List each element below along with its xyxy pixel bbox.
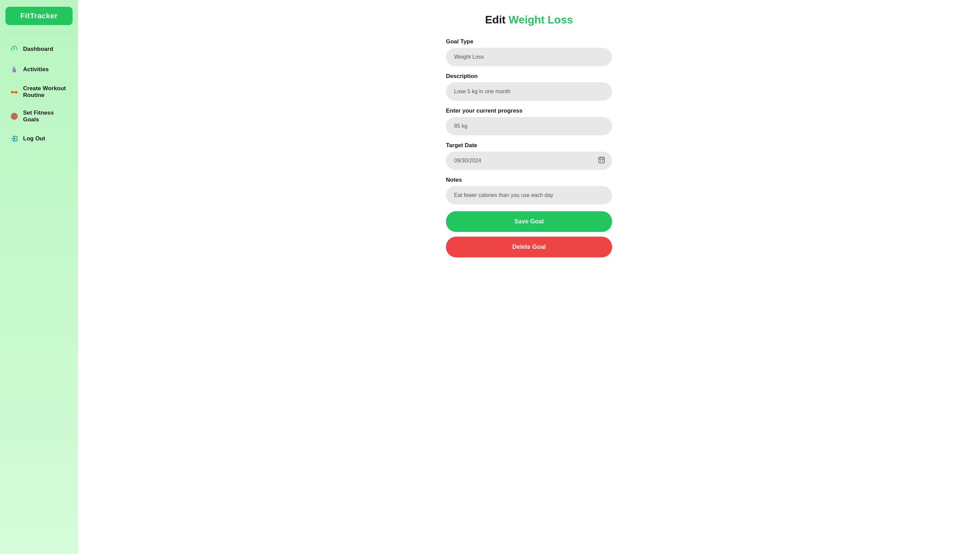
notes-field-group: Notes	[446, 177, 612, 204]
title-prefix: Edit	[485, 14, 509, 26]
sidebar-item-activities[interactable]: Activities	[3, 60, 75, 79]
save-goal-button[interactable]: Save Goal	[446, 211, 612, 232]
sidebar-item-label-goals: Set Fitness Goals	[23, 110, 68, 123]
progress-label: Enter your current progress	[446, 107, 612, 114]
workout-icon	[10, 87, 19, 97]
svg-rect-4	[16, 91, 17, 94]
description-input[interactable]	[446, 83, 612, 101]
title-highlight: Weight Loss	[509, 14, 573, 26]
description-field-group: Description	[446, 73, 612, 101]
logo-button[interactable]: FitTracker	[5, 7, 73, 25]
sidebar-item-label-create-workout: Create Workout Routine	[23, 85, 68, 99]
notes-label: Notes	[446, 177, 612, 183]
progress-input[interactable]	[446, 117, 612, 135]
svg-rect-1	[11, 92, 12, 93]
target-date-field-group: Target Date	[446, 142, 612, 170]
sidebar-item-create-workout[interactable]: Create Workout Routine	[3, 80, 75, 103]
delete-goal-button[interactable]: Delete Goal	[446, 237, 612, 257]
target-date-label: Target Date	[446, 142, 612, 149]
sidebar-item-dashboard[interactable]: Dashboard	[3, 40, 75, 59]
notes-input[interactable]	[446, 186, 612, 204]
svg-rect-3	[12, 91, 13, 94]
main-content: Edit Weight Loss Goal Type Description E…	[78, 0, 980, 554]
goal-type-input[interactable]	[446, 48, 612, 66]
progress-field-group: Enter your current progress	[446, 107, 612, 135]
activities-icon	[10, 65, 19, 74]
sidebar-item-set-goals[interactable]: Set Fitness Goals	[3, 105, 75, 128]
svg-point-9	[14, 116, 14, 117]
goal-type-field-group: Goal Type	[446, 38, 612, 66]
dashboard-icon	[10, 45, 19, 54]
svg-rect-5	[13, 92, 16, 93]
svg-rect-2	[17, 92, 18, 93]
sidebar: FitTracker Dashboard Activities	[0, 0, 78, 554]
edit-form: Goal Type Description Enter your current…	[446, 38, 612, 257]
sidebar-item-label-logout: Log Out	[23, 135, 45, 142]
goals-icon	[10, 111, 19, 121]
target-date-input[interactable]	[446, 151, 612, 170]
page-title: Edit Weight Loss	[485, 14, 573, 26]
sidebar-item-label-activities: Activities	[23, 66, 49, 73]
sidebar-divider	[5, 32, 73, 32]
sidebar-item-label-dashboard: Dashboard	[23, 46, 53, 53]
logout-icon	[10, 134, 19, 143]
goal-type-label: Goal Type	[446, 38, 612, 45]
sidebar-item-logout[interactable]: Log Out	[3, 129, 75, 148]
description-label: Description	[446, 73, 612, 80]
target-date-wrapper	[446, 151, 612, 170]
